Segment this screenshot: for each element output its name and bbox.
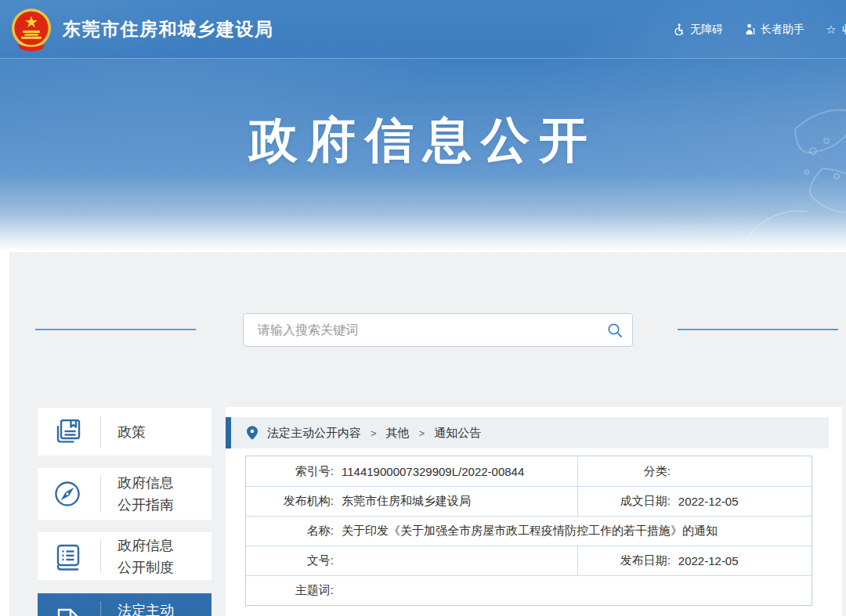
sidebar-divider [100,601,101,616]
field-value: 东莞市住房和城乡建设局 [342,494,471,509]
table-cell: 发布日期:2022-12-05 [577,546,812,575]
field-label: 主题词: [246,583,334,598]
field-label: 文号: [246,553,334,568]
sidebar-divider [100,416,101,448]
elder-icon [743,23,756,36]
header-link-label: 无障碍 [690,23,723,37]
table-row: 文号:发布日期:2022-12-05 [246,546,812,575]
field-value: 关于印发《关于加强全市房屋市政工程疫情防控工作的若干措施》的通知 [342,524,718,539]
header-utility-links: 无障碍长者助手☆收 [673,0,846,59]
search-icon [606,322,624,339]
breadcrumb-separator: > [419,427,425,439]
field-value: 2022-12-05 [678,554,739,567]
sidebar-item-label: 政府信息公开制度 [118,535,180,578]
table-row: 索引号:11441900007329909L/2022-00844分类: [246,456,812,486]
field-value: 2022-12-05 [678,495,739,508]
document-detail-table: 索引号:11441900007329909L/2022-00844分类:发布机构… [245,456,812,606]
sidebar-item-label: 法定主动公开内容 [118,600,180,616]
national-emblem-icon [11,7,52,52]
sidebar-item-policy[interactable]: 政策 [38,408,212,456]
field-label: 名称: [246,524,334,539]
sidebar-item-label: 政策 [118,421,180,443]
breadcrumb-item[interactable]: 其他 [386,426,410,441]
field-label: 索引号: [246,464,334,479]
search-input[interactable] [244,314,598,346]
breadcrumb-trail: 法定主动公开内容>其他>通知公告 [267,426,481,441]
right-divider-line [678,329,838,330]
sidebar-item-label: 政府信息公开指南 [118,472,180,516]
page-banner: 政府信息公开 [0,59,846,252]
main-panel: 法定主动公开内容>其他>通知公告 索引号:11441900007329909L/… [226,407,842,616]
breadcrumb-item[interactable]: 法定主动公开内容 [267,426,361,441]
table-row: 发布机构:东莞市住房和城乡建设局成文日期:2022-12-05 [246,486,812,516]
book-icon [51,416,84,448]
breadcrumb-separator: > [371,427,377,439]
search-button[interactable] [598,314,632,346]
field-label: 分类: [578,464,671,479]
left-divider-line [35,329,196,330]
compass-icon [51,478,84,510]
field-label: 成文日期: [578,494,671,509]
table-cell: 名称:关于印发《关于加强全市房屋市政工程疫情防控工作的若干措施》的通知 [246,517,812,546]
sidebar-divider [100,476,101,512]
sidebar-divider [100,540,101,572]
top-header-bar: 东莞市住房和城乡建设局 无障碍长者助手☆收 [0,0,846,59]
table-cell: 成文日期:2022-12-05 [577,487,812,516]
location-pin-icon [247,426,258,440]
table-cell: 文号: [246,546,577,575]
breadcrumb-accent-bar [226,417,231,448]
header-link-favorite[interactable]: ☆收 [825,23,846,37]
header-link-label: 长者助手 [761,23,804,37]
regulations-icon [51,541,84,572]
table-cell: 主题词: [246,576,812,605]
document-icon [51,606,84,616]
search-box [243,313,633,347]
site-title[interactable]: 东莞市住房和城乡建设局 [63,0,274,59]
page-title: 政府信息公开 [0,107,846,173]
sidebar-item-statutory-disclosure[interactable]: 法定主动公开内容 [38,593,212,616]
field-label: 发布日期: [578,553,671,568]
breadcrumb-item[interactable]: 通知公告 [434,426,481,441]
sidebar-item-gov-info-rules[interactable]: 政府信息公开制度 [38,532,212,580]
table-row: 名称:关于印发《关于加强全市房屋市政工程疫情防控工作的若干措施》的通知 [246,516,812,546]
star-icon: ☆ [825,23,837,36]
header-link-elder-assistant[interactable]: 长者助手 [743,23,804,37]
wheelchair-icon [673,23,685,36]
header-link-accessibility[interactable]: 无障碍 [673,23,723,37]
page: 东莞市住房和城乡建设局 无障碍长者助手☆收 政府信息公开 [0,0,846,616]
table-cell: 索引号:11441900007329909L/2022-00844 [246,456,577,486]
field-label: 发布机构: [246,494,334,509]
breadcrumb: 法定主动公开内容>其他>通知公告 [231,417,829,448]
header-link-label: 收 [842,23,846,37]
table-row: 主题词: [246,575,812,605]
table-cell: 分类: [577,456,812,486]
field-value: 11441900007329909L/2022-00844 [342,465,524,478]
sidebar-item-gov-info-guide[interactable]: 政府信息公开指南 [38,468,212,520]
table-cell: 发布机构:东莞市住房和城乡建设局 [246,487,577,516]
